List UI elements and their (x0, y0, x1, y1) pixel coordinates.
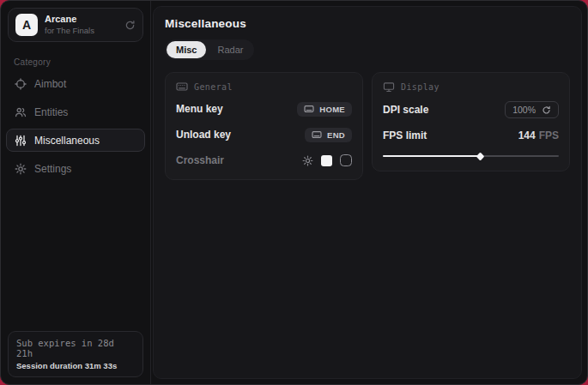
menu-key-label: Menu key (176, 103, 223, 115)
dpi-scale-value: 100% (512, 105, 536, 115)
fps-slider-fill (383, 155, 480, 157)
dpi-scale-row: DPI scale 100% (383, 101, 559, 118)
refresh-icon[interactable] (542, 105, 551, 115)
settings-cards: General Menu key HOME (165, 72, 570, 180)
sidebar-item-aimbot[interactable]: Aimbot (6, 72, 145, 95)
subscription-info-card: Sub expires in 28d 21h Session duration … (8, 331, 143, 377)
menu-key-row: Menu key HOME (176, 100, 352, 117)
page-title: Miscellaneous (165, 17, 570, 30)
session-duration-text: Session duration 31m 33s (16, 361, 135, 370)
unload-key-bind-button[interactable]: END (305, 128, 352, 142)
brand-card: A Arcane for The Finals (8, 8, 143, 42)
crosshair-row: Crosshair (176, 152, 352, 169)
sidebar-item-label: Aimbot (34, 78, 66, 90)
main-area: Miscellaneous Misc Radar General (151, 1, 587, 384)
refresh-icon[interactable] (124, 20, 136, 31)
gear-icon (15, 163, 27, 175)
category-label: Category (14, 57, 150, 67)
fps-limit-slider[interactable] (383, 152, 559, 160)
fps-limit-value: 144FPS (518, 129, 559, 141)
app-subtitle: for The Finals (45, 26, 118, 36)
entities-icon (15, 106, 27, 118)
sidebar-item-label: Settings (34, 163, 71, 175)
crosshair-checkbox[interactable] (340, 154, 352, 166)
crosshair-icon (15, 78, 27, 90)
app-logo: A (15, 14, 38, 36)
unload-key-label: Unload key (176, 129, 231, 141)
crosshair-color-swatch[interactable] (321, 155, 332, 166)
sidebar-item-miscellaneous[interactable]: Miscellaneous (6, 129, 145, 152)
sliders-icon (15, 135, 27, 147)
sidebar-item-label: Miscellaneous (34, 135, 100, 147)
main-panel: Miscellaneous Misc Radar General (153, 6, 582, 379)
fps-slider-thumb[interactable] (476, 152, 484, 160)
card-title: General (194, 82, 233, 92)
card-title: Display (401, 82, 439, 92)
crosshair-label: Crosshair (176, 154, 224, 166)
keyboard-icon (304, 105, 314, 113)
keyboard-icon (176, 81, 188, 92)
general-card: General Menu key HOME (165, 72, 363, 180)
dpi-scale-control[interactable]: 100% (505, 101, 559, 118)
monitor-icon (383, 81, 395, 93)
dpi-scale-label: DPI scale (383, 104, 428, 116)
sidebar-nav: Aimbot Entities Miscella (1, 72, 150, 180)
tab-misc[interactable]: Misc (167, 41, 206, 58)
sidebar-item-label: Entities (34, 106, 68, 118)
app-window: A Arcane for The Finals Category Aimbot (0, 0, 588, 385)
sidebar-item-settings[interactable]: Settings (6, 157, 145, 180)
fps-limit-row: FPS limit 144FPS (383, 127, 559, 144)
app-title: Arcane (45, 14, 118, 26)
crosshair-settings-gear-icon[interactable] (302, 155, 313, 166)
sidebar-item-entities[interactable]: Entities (6, 100, 145, 123)
unload-key-row: Unload key END (176, 126, 352, 143)
display-card: Display DPI scale 100% (372, 72, 570, 171)
tab-bar: Misc Radar (165, 39, 254, 60)
keyboard-icon (312, 130, 322, 139)
tab-radar[interactable]: Radar (208, 41, 252, 58)
sidebar: A Arcane for The Finals Category Aimbot (1, 1, 151, 384)
fps-limit-label: FPS limit (383, 129, 427, 141)
sub-expiry-text: Sub expires in 28d 21h (16, 338, 135, 358)
menu-key-bind-button[interactable]: HOME (297, 102, 352, 117)
